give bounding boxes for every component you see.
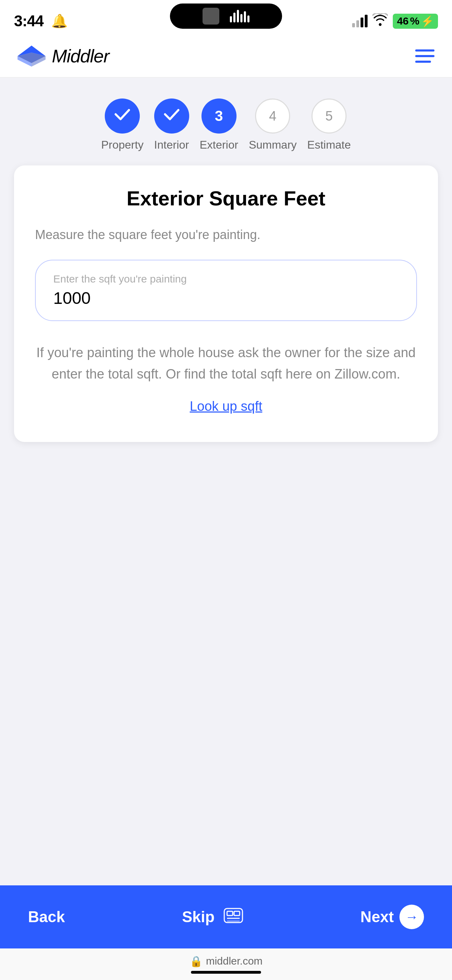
- sqft-input[interactable]: [53, 288, 399, 308]
- step-3-circle: 3: [202, 99, 237, 134]
- lock-icon: 🔒: [189, 955, 202, 967]
- step-2-label: Interior: [154, 138, 189, 151]
- step-4-label: Summary: [249, 138, 297, 151]
- step-5-label: Estimate: [307, 138, 351, 151]
- svg-rect-5: [227, 911, 232, 915]
- back-label: Back: [28, 908, 65, 926]
- step-5-number: 5: [325, 109, 333, 124]
- app-header: Middler: [0, 35, 452, 78]
- skip-label: Skip: [182, 908, 215, 926]
- status-time: 3:44: [14, 12, 43, 30]
- main-card: Exterior Square Feet Measure the square …: [14, 165, 438, 442]
- album-art: [202, 8, 220, 24]
- progress-section: Property Interior 3 Exterior 4 Summary: [0, 78, 452, 165]
- next-label: Next: [361, 908, 394, 926]
- svg-rect-6: [234, 911, 240, 915]
- audio-bars: [230, 10, 250, 22]
- step-1-circle: [105, 99, 140, 134]
- hamburger-line-2: [415, 55, 434, 57]
- status-left: 3:44 🔔: [14, 12, 68, 30]
- steps-row: Property Interior 3 Exterior 4 Summary: [101, 99, 351, 151]
- domain-text: 🔒 middler.com: [189, 955, 263, 967]
- step-4-circle: 4: [255, 99, 290, 134]
- info-text: If you're painting the whole house ask t…: [35, 342, 417, 385]
- sqft-input-container[interactable]: Enter the sqft you're painting: [35, 260, 417, 321]
- hamburger-line-1: [415, 49, 434, 51]
- domain-bar: 🔒 middler.com: [0, 948, 452, 980]
- step-2-interior: Interior: [154, 99, 189, 151]
- logo-area: Middler: [18, 46, 109, 67]
- battery-indicator: 46% ⚡: [393, 14, 438, 29]
- back-button[interactable]: Back: [28, 908, 65, 926]
- step-1-property: Property: [101, 99, 144, 151]
- step-2-check: [164, 108, 180, 124]
- step-1-label: Property: [101, 138, 144, 151]
- step-3-number: 3: [215, 108, 223, 124]
- skip-icon: [224, 908, 243, 926]
- app-name: Middler: [52, 46, 109, 67]
- domain-name: middler.com: [206, 955, 263, 967]
- signal-bars: [352, 15, 368, 27]
- input-label: Enter the sqft you're painting: [53, 273, 399, 285]
- home-indicator: [191, 971, 261, 974]
- step-1-check: [114, 108, 131, 124]
- dynamic-island: [170, 3, 282, 29]
- step-4-summary: 4 Summary: [249, 99, 297, 151]
- card-title: Exterior Square Feet: [35, 186, 417, 210]
- skip-button[interactable]: Skip: [182, 908, 243, 926]
- step-3-exterior: 3 Exterior: [200, 99, 238, 151]
- step-5-estimate: 5 Estimate: [307, 99, 351, 151]
- bottom-bar: Back Skip Next →: [0, 885, 452, 948]
- step-5-circle: 5: [312, 99, 347, 134]
- lookup-link[interactable]: Look up sqft: [35, 399, 417, 414]
- bell-icon: 🔔: [51, 13, 68, 29]
- card-description: Measure the square feet you're painting.: [35, 228, 417, 242]
- wifi-icon: [372, 13, 388, 29]
- logo-icon: [18, 46, 46, 67]
- menu-button[interactable]: [415, 49, 434, 63]
- status-right: 46% ⚡: [352, 13, 438, 29]
- step-4-number: 4: [269, 109, 277, 124]
- next-button[interactable]: Next →: [361, 905, 424, 929]
- status-bar: 3:44 🔔: [0, 0, 452, 35]
- hamburger-line-3: [415, 60, 431, 63]
- step-3-label: Exterior: [200, 138, 238, 151]
- next-arrow-icon: →: [399, 905, 424, 929]
- step-2-circle: [154, 99, 189, 134]
